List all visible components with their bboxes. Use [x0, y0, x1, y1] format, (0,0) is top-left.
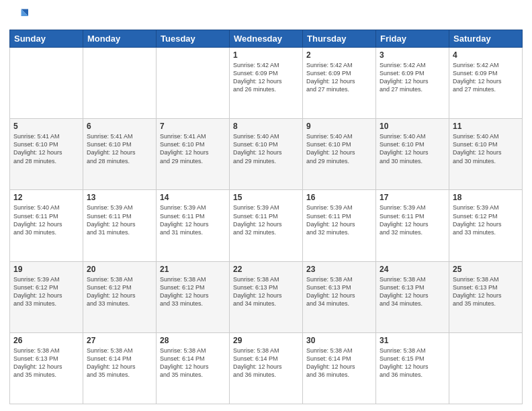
day-number: 10 — [380, 122, 445, 131]
day-number: 9 — [306, 122, 372, 131]
day-info: Sunrise: 5:38 AM Sunset: 6:13 PM Dayligh… — [306, 275, 372, 308]
day-info: Sunrise: 5:38 AM Sunset: 6:13 PM Dayligh… — [233, 275, 299, 308]
day-info: Sunrise: 5:38 AM Sunset: 6:14 PM Dayligh… — [233, 347, 299, 379]
calendar-cell: 4Sunrise: 5:42 AM Sunset: 6:09 PM Daylig… — [449, 48, 523, 119]
day-info: Sunrise: 5:39 AM Sunset: 6:11 PM Dayligh… — [306, 203, 372, 236]
day-info: Sunrise: 5:38 AM Sunset: 6:12 PM Dayligh… — [87, 275, 152, 308]
calendar-cell: 11Sunrise: 5:40 AM Sunset: 6:10 PM Dayli… — [449, 119, 523, 190]
calendar-cell: 6Sunrise: 5:41 AM Sunset: 6:10 PM Daylig… — [83, 119, 157, 190]
day-number: 16 — [306, 193, 372, 202]
calendar-cell: 19Sunrise: 5:39 AM Sunset: 6:12 PM Dayli… — [10, 261, 83, 332]
day-number: 1 — [233, 50, 299, 60]
day-info: Sunrise: 5:38 AM Sunset: 6:14 PM Dayligh… — [306, 347, 372, 379]
day-number: 31 — [380, 336, 445, 345]
calendar-cell: 13Sunrise: 5:39 AM Sunset: 6:11 PM Dayli… — [83, 190, 157, 261]
day-number: 30 — [306, 336, 372, 345]
calendar-cell: 25Sunrise: 5:38 AM Sunset: 6:13 PM Dayli… — [449, 261, 523, 332]
calendar-cell — [449, 332, 523, 404]
day-number: 7 — [160, 122, 226, 131]
calendar-week-row: 5Sunrise: 5:41 AM Sunset: 6:10 PM Daylig… — [10, 119, 523, 190]
calendar-cell: 14Sunrise: 5:39 AM Sunset: 6:11 PM Dayli… — [157, 190, 230, 261]
day-info: Sunrise: 5:41 AM Sunset: 6:10 PM Dayligh… — [87, 132, 152, 165]
calendar-week-row: 19Sunrise: 5:39 AM Sunset: 6:12 PM Dayli… — [10, 261, 523, 332]
calendar-cell: 15Sunrise: 5:39 AM Sunset: 6:11 PM Dayli… — [230, 190, 303, 261]
calendar-cell — [10, 48, 83, 119]
day-number: 11 — [453, 122, 519, 131]
calendar-cell: 27Sunrise: 5:38 AM Sunset: 6:14 PM Dayli… — [83, 332, 157, 404]
day-number: 12 — [13, 193, 79, 202]
day-number: 18 — [453, 193, 519, 202]
day-number: 5 — [13, 122, 79, 131]
calendar-cell: 10Sunrise: 5:40 AM Sunset: 6:10 PM Dayli… — [376, 119, 449, 190]
calendar-cell: 5Sunrise: 5:41 AM Sunset: 6:10 PM Daylig… — [10, 119, 83, 190]
calendar-cell: 31Sunrise: 5:38 AM Sunset: 6:15 PM Dayli… — [376, 332, 449, 404]
day-info: Sunrise: 5:42 AM Sunset: 6:09 PM Dayligh… — [380, 61, 445, 94]
day-info: Sunrise: 5:40 AM Sunset: 6:10 PM Dayligh… — [453, 132, 519, 165]
day-info: Sunrise: 5:42 AM Sunset: 6:09 PM Dayligh… — [453, 61, 519, 94]
calendar: SundayMondayTuesdayWednesdayThursdayFrid… — [9, 30, 523, 404]
calendar-header-tuesday: Tuesday — [157, 30, 230, 48]
calendar-header-wednesday: Wednesday — [230, 30, 303, 48]
calendar-cell: 2Sunrise: 5:42 AM Sunset: 6:09 PM Daylig… — [303, 48, 376, 119]
calendar-cell: 26Sunrise: 5:38 AM Sunset: 6:13 PM Dayli… — [10, 332, 83, 404]
calendar-cell: 1Sunrise: 5:42 AM Sunset: 6:09 PM Daylig… — [230, 48, 303, 119]
day-info: Sunrise: 5:38 AM Sunset: 6:13 PM Dayligh… — [13, 347, 79, 379]
calendar-cell: 24Sunrise: 5:38 AM Sunset: 6:13 PM Dayli… — [376, 261, 449, 332]
day-info: Sunrise: 5:40 AM Sunset: 6:11 PM Dayligh… — [13, 203, 79, 236]
day-number: 26 — [13, 336, 79, 345]
calendar-cell: 21Sunrise: 5:38 AM Sunset: 6:12 PM Dayli… — [157, 261, 230, 332]
day-number: 24 — [380, 265, 445, 274]
calendar-week-row: 1Sunrise: 5:42 AM Sunset: 6:09 PM Daylig… — [10, 48, 523, 119]
day-number: 14 — [160, 193, 226, 202]
calendar-cell: 29Sunrise: 5:38 AM Sunset: 6:14 PM Dayli… — [230, 332, 303, 404]
calendar-week-row: 12Sunrise: 5:40 AM Sunset: 6:11 PM Dayli… — [10, 190, 523, 261]
day-info: Sunrise: 5:38 AM Sunset: 6:13 PM Dayligh… — [380, 275, 445, 308]
day-number: 21 — [160, 265, 226, 274]
day-info: Sunrise: 5:38 AM Sunset: 6:14 PM Dayligh… — [160, 347, 226, 379]
day-number: 6 — [87, 122, 152, 131]
day-number: 3 — [380, 50, 445, 60]
calendar-header-sunday: Sunday — [10, 30, 83, 48]
day-number: 4 — [453, 50, 519, 60]
calendar-cell: 28Sunrise: 5:38 AM Sunset: 6:14 PM Dayli… — [157, 332, 230, 404]
day-number: 23 — [306, 265, 372, 274]
day-number: 2 — [306, 50, 372, 60]
calendar-cell: 9Sunrise: 5:40 AM Sunset: 6:10 PM Daylig… — [303, 119, 376, 190]
day-info: Sunrise: 5:41 AM Sunset: 6:10 PM Dayligh… — [160, 132, 226, 165]
day-number: 13 — [87, 193, 152, 202]
header — [9, 7, 523, 26]
day-info: Sunrise: 5:41 AM Sunset: 6:10 PM Dayligh… — [13, 132, 79, 165]
calendar-header-friday: Friday — [376, 30, 449, 48]
page: SundayMondayTuesdayWednesdayThursdayFrid… — [0, 0, 532, 411]
day-number: 28 — [160, 336, 226, 345]
day-number: 27 — [87, 336, 152, 345]
day-number: 22 — [233, 265, 299, 274]
calendar-header-thursday: Thursday — [303, 30, 376, 48]
day-info: Sunrise: 5:42 AM Sunset: 6:09 PM Dayligh… — [233, 61, 299, 94]
day-info: Sunrise: 5:39 AM Sunset: 6:11 PM Dayligh… — [380, 203, 445, 236]
calendar-week-row: 26Sunrise: 5:38 AM Sunset: 6:13 PM Dayli… — [10, 332, 523, 404]
calendar-cell: 30Sunrise: 5:38 AM Sunset: 6:14 PM Dayli… — [303, 332, 376, 404]
day-info: Sunrise: 5:40 AM Sunset: 6:10 PM Dayligh… — [233, 132, 299, 165]
day-info: Sunrise: 5:39 AM Sunset: 6:11 PM Dayligh… — [160, 203, 226, 236]
day-info: Sunrise: 5:40 AM Sunset: 6:10 PM Dayligh… — [380, 132, 445, 165]
calendar-cell — [157, 48, 230, 119]
logo-icon — [9, 7, 28, 26]
day-number: 8 — [233, 122, 299, 131]
day-number: 29 — [233, 336, 299, 345]
calendar-cell: 7Sunrise: 5:41 AM Sunset: 6:10 PM Daylig… — [157, 119, 230, 190]
day-info: Sunrise: 5:38 AM Sunset: 6:14 PM Dayligh… — [87, 347, 152, 379]
calendar-cell: 20Sunrise: 5:38 AM Sunset: 6:12 PM Dayli… — [83, 261, 157, 332]
calendar-cell: 3Sunrise: 5:42 AM Sunset: 6:09 PM Daylig… — [376, 48, 449, 119]
calendar-cell: 18Sunrise: 5:39 AM Sunset: 6:12 PM Dayli… — [449, 190, 523, 261]
day-number: 19 — [13, 265, 79, 274]
day-info: Sunrise: 5:39 AM Sunset: 6:11 PM Dayligh… — [87, 203, 152, 236]
day-number: 15 — [233, 193, 299, 202]
day-info: Sunrise: 5:39 AM Sunset: 6:12 PM Dayligh… — [13, 275, 79, 308]
calendar-header-row: SundayMondayTuesdayWednesdayThursdayFrid… — [10, 30, 523, 48]
calendar-header-saturday: Saturday — [449, 30, 523, 48]
calendar-cell: 22Sunrise: 5:38 AM Sunset: 6:13 PM Dayli… — [230, 261, 303, 332]
day-info: Sunrise: 5:38 AM Sunset: 6:15 PM Dayligh… — [380, 347, 445, 379]
logo — [9, 7, 31, 26]
day-info: Sunrise: 5:39 AM Sunset: 6:12 PM Dayligh… — [453, 203, 519, 236]
